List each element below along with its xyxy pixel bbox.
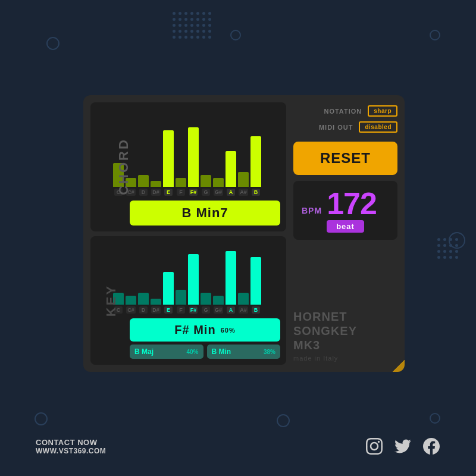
key-bar — [250, 257, 261, 305]
alt-key-name: B Min — [212, 347, 231, 356]
midi-out-badge[interactable]: disabled — [359, 121, 397, 133]
midi-out-row: MIDI OUT disabled — [293, 121, 397, 133]
decorative-circle-tc — [230, 30, 241, 40]
contact-label: CONTACT NOW — [36, 438, 106, 447]
key-bar-wrapper: E — [163, 272, 174, 314]
footer-website: WWW.VST369.COM — [36, 447, 106, 455]
chord-bar-wrapper: A — [226, 151, 236, 196]
brand-name: HORNET SONGKEY MK3 — [293, 309, 397, 352]
key-bar-wrapper: F# — [188, 254, 199, 314]
key-bar-wrapper: A# — [238, 293, 249, 314]
chord-bar — [238, 172, 249, 187]
note-label: B — [252, 306, 260, 314]
note-label: G# — [214, 189, 223, 196]
key-bar-wrapper: B — [250, 257, 261, 314]
key-bar-wrapper: F — [176, 290, 186, 314]
chord-bar-wrapper: E — [163, 130, 174, 196]
key-bar — [151, 299, 161, 305]
note-label: A# — [239, 306, 248, 314]
social-icons — [365, 437, 440, 455]
note-label: C# — [126, 306, 136, 314]
note-label: D# — [151, 306, 161, 314]
brand-sub: made in Italy — [293, 355, 397, 362]
footer-left: CONTACT NOW WWW.VST369.COM — [36, 438, 106, 455]
notation-row: NOTATION sharp — [293, 105, 397, 117]
key-result: F# Min 60% — [130, 318, 280, 342]
note-label: F# — [189, 189, 198, 196]
chord-bar — [151, 181, 161, 187]
bpm-right: 172 beat — [327, 188, 377, 233]
key-bar — [201, 293, 211, 305]
plugin-container: CHORD CC#DD#EFF#GG#AA#B B Min7 KEY CC#DD… — [83, 95, 405, 372]
bpm-display: BPM 172 beat — [293, 181, 397, 240]
chord-bar-wrapper: G — [201, 175, 211, 196]
note-label: D — [139, 189, 148, 196]
chord-bar-wrapper: B — [250, 136, 261, 196]
decorative-circle-tl — [46, 37, 60, 50]
key-result-text: F# Min — [174, 323, 215, 337]
key-bars: CC#DD#EFF#GG#AA#B — [113, 249, 280, 315]
decorative-circle-tr — [430, 30, 440, 40]
chord-bar-wrapper: D — [138, 175, 149, 196]
note-label: F# — [189, 306, 198, 314]
midi-out-label: MIDI OUT — [319, 124, 353, 131]
decorative-circle-bl — [35, 412, 48, 425]
chord-bar — [163, 130, 174, 187]
alt-key-button[interactable]: B Min38% — [207, 345, 281, 359]
chord-result: B Min7 — [130, 201, 280, 226]
controls-area: NOTATION sharp MIDI OUT disabled — [293, 102, 397, 136]
key-section: KEY CC#DD#EFF#GG#AA#B F# Min 60% B Maj40… — [90, 236, 286, 365]
key-bar — [138, 293, 149, 305]
gold-corner-accent — [393, 360, 405, 372]
chord-bar — [201, 175, 211, 187]
chord-bar — [213, 178, 224, 187]
facebook-icon[interactable] — [422, 437, 440, 455]
decorative-circle-bc — [277, 414, 290, 427]
alt-key-pct: 40% — [186, 349, 198, 355]
alt-keys: B Maj40%B Min38% — [130, 345, 280, 359]
note-label: F — [177, 189, 185, 196]
twitter-icon[interactable] — [394, 437, 412, 455]
key-bar — [238, 293, 249, 305]
key-bar — [188, 254, 199, 305]
bpm-label: BPM — [302, 206, 322, 215]
key-bar-wrapper: G — [201, 293, 211, 314]
key-bar — [213, 296, 224, 305]
key-chart-area: CC#DD#EFF#GG#AA#B F# Min 60% B Maj40%B M… — [113, 242, 280, 359]
key-bar — [226, 251, 236, 305]
notation-badge[interactable]: sharp — [368, 105, 397, 117]
chord-bar — [250, 136, 261, 187]
key-bar-wrapper: D — [138, 293, 149, 314]
chord-bars: CC#DD#EFF#GG#AA#B — [113, 131, 280, 197]
chord-bar — [176, 178, 186, 187]
note-label: G — [202, 306, 210, 314]
decorative-dots-top — [173, 12, 211, 39]
key-bar-wrapper: C# — [126, 296, 136, 314]
footer: CONTACT NOW WWW.VST369.COM — [0, 437, 476, 455]
note-label: A — [227, 189, 235, 196]
left-panel: CHORD CC#DD#EFF#GG#AA#B B Min7 KEY CC#DD… — [90, 102, 286, 365]
alt-key-pct: 38% — [264, 349, 275, 355]
chord-bar — [188, 127, 199, 187]
key-bar — [176, 290, 186, 305]
bpm-number: 172 — [327, 188, 377, 219]
key-bar — [163, 272, 174, 305]
decorative-circle-rm — [449, 232, 465, 249]
brand-area: HORNET SONGKEY MK3 made in Italy — [293, 246, 397, 365]
reset-button[interactable]: RESET — [293, 142, 397, 175]
right-panel: NOTATION sharp MIDI OUT disabled RESET B… — [293, 102, 397, 365]
key-bar-wrapper: A — [226, 251, 236, 314]
key-label: KEY — [104, 284, 119, 317]
key-bar-wrapper: D# — [151, 299, 161, 314]
chord-chart-area: CC#DD#EFF#GG#AA#B B Min7 — [113, 108, 280, 226]
alt-key-button[interactable]: B Maj40% — [130, 345, 203, 359]
instagram-icon[interactable] — [365, 437, 383, 455]
note-label: D# — [151, 189, 161, 196]
note-label: B — [252, 189, 260, 196]
chord-bar-wrapper: D# — [151, 181, 161, 196]
alt-key-name: B Maj — [134, 347, 154, 356]
note-label: F — [177, 306, 185, 314]
chord-bar-wrapper: F — [176, 178, 186, 196]
chord-bar-wrapper: A# — [238, 172, 249, 196]
chord-bar — [138, 175, 149, 187]
